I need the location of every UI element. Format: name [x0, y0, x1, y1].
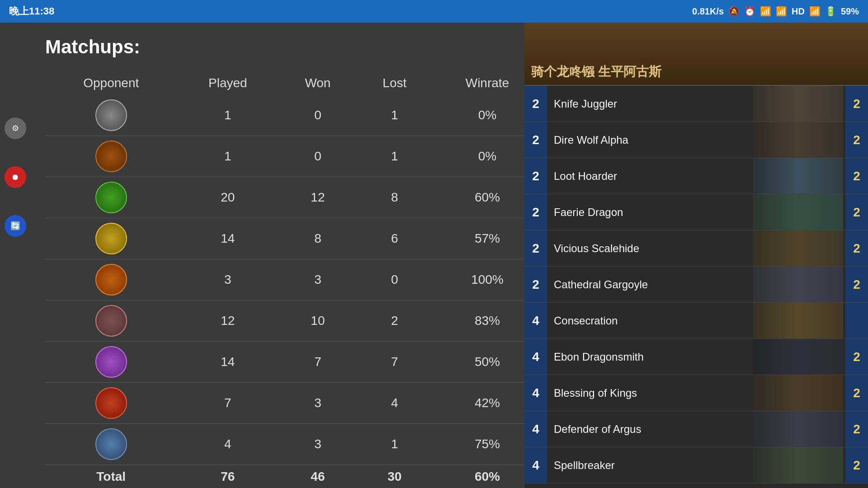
card-row[interactable]: 2 Vicious Scalehide 2 [524, 230, 868, 267]
matchups-title: Matchups: [45, 36, 515, 58]
card-row[interactable]: 4 Ebon Dragonsmith 2 [524, 339, 868, 375]
card-name: Knife Juggler [547, 98, 845, 110]
lost-cell: 8 [357, 177, 432, 218]
card-cost: 2 [524, 194, 547, 230]
total-won: 46 [278, 465, 357, 488]
table-row[interactable]: 7 3 4 42% [45, 383, 542, 424]
card-count: 2 [845, 267, 868, 303]
won-cell: 3 [278, 383, 357, 424]
table-row[interactable]: 1 0 1 0% [45, 136, 542, 177]
card-cost: 4 [524, 411, 547, 447]
opponent-icon-cell [45, 218, 177, 259]
played-cell: 20 [177, 177, 278, 218]
class-icon [95, 99, 127, 131]
card-row[interactable]: 2 Knife Juggler 2 [524, 86, 868, 122]
wifi-icon: 📶 [760, 6, 771, 17]
lost-cell: 0 [357, 259, 432, 300]
card-cost: 4 [524, 447, 547, 483]
table-row[interactable]: 20 12 8 60% [45, 177, 542, 218]
col-opponent: Opponent [45, 71, 177, 95]
lost-cell: 2 [357, 300, 432, 342]
col-lost: Lost [357, 71, 432, 95]
played-cell: 14 [177, 342, 278, 383]
table-row[interactable]: 1 0 1 0% [45, 95, 542, 136]
card-name: Consecration [547, 314, 845, 327]
total-row: Total 76 46 30 60% [45, 465, 542, 488]
table-row[interactable]: 12 10 2 83% [45, 300, 542, 342]
lost-cell: 4 [357, 383, 432, 424]
settings-button[interactable]: ⚙ [5, 117, 26, 139]
table-header-row: Opponent Played Won Lost Winrate [45, 71, 542, 95]
lost-cell: 1 [357, 95, 432, 136]
card-count: 2 [845, 375, 868, 411]
right-panel: 骑个龙咚镪 生平阿古斯 2 Knife Juggler 2 2 Dire Wol… [524, 23, 868, 488]
class-icon [95, 387, 127, 419]
card-row[interactable]: 2 Cathedral Gargoyle 2 [524, 267, 868, 303]
opponent-icon-cell [45, 259, 177, 300]
won-cell: 8 [278, 218, 357, 259]
table-row[interactable]: 14 8 6 57% [45, 218, 542, 259]
won-cell: 0 [278, 136, 357, 177]
won-cell: 12 [278, 177, 357, 218]
class-icon [95, 428, 127, 460]
battery-percent: 59% [841, 6, 859, 17]
opponent-icon-cell [45, 342, 177, 383]
card-count: 2 [845, 411, 868, 447]
card-name: Faerie Dragon [547, 206, 845, 219]
card-cost: 4 [524, 375, 547, 411]
card-name: Blessing of Kings [547, 387, 845, 399]
table-row[interactable]: 4 3 1 75% [45, 424, 542, 465]
signal2-icon: 📶 [809, 6, 821, 17]
alarm-icon: ⏰ [744, 6, 755, 17]
played-cell: 1 [177, 95, 278, 136]
sync-button[interactable]: 🔄 [5, 215, 26, 237]
side-icons: ⚙ ⏺ 🔄 [0, 113, 31, 241]
card-count: 2 [845, 339, 868, 375]
card-list: 2 Knife Juggler 2 2 Dire Wolf Alpha 2 2 … [524, 86, 868, 483]
card-name: Dire Wolf Alpha [547, 134, 845, 146]
deck-title: 骑个龙咚镪 生平阿古斯 [531, 63, 661, 80]
status-icons: 0.81K/s 🔕 ⏰ 📶 📶 HD 📶 🔋 59% [692, 6, 859, 17]
battery-icon: 🔋 [825, 6, 836, 17]
class-icon [95, 305, 127, 337]
card-count: 2 [845, 447, 868, 483]
table-row[interactable]: 14 7 7 50% [45, 342, 542, 383]
card-row[interactable]: 2 Faerie Dragon 2 [524, 194, 868, 230]
table-row[interactable]: 3 3 0 100% [45, 259, 542, 300]
opponent-icon-cell [45, 95, 177, 136]
speed-indicator: 0.81K/s [692, 6, 724, 17]
col-won: Won [278, 71, 357, 95]
card-row[interactable]: 4 Blessing of Kings 2 [524, 375, 868, 411]
card-count [845, 303, 868, 339]
opponent-icon-cell [45, 177, 177, 218]
class-icon [95, 141, 127, 172]
card-row[interactable]: 4 Defender of Argus 2 [524, 411, 868, 447]
won-cell: 3 [278, 259, 357, 300]
lost-cell: 7 [357, 342, 432, 383]
card-row[interactable]: 2 Loot Hoarder 2 [524, 158, 868, 194]
status-bar: 晚上11:38 0.81K/s 🔕 ⏰ 📶 📶 HD 📶 🔋 59% [0, 0, 868, 23]
record-button[interactable]: ⏺ [5, 166, 26, 188]
left-panel: ⚙ ⏺ 🔄 Matchups: Opponent Played Won Lost… [0, 23, 524, 488]
class-icon [95, 182, 127, 213]
played-cell: 12 [177, 300, 278, 342]
total-played: 76 [177, 465, 278, 488]
card-cost: 2 [524, 158, 547, 194]
lost-cell: 6 [357, 218, 432, 259]
card-row[interactable]: 4 Spellbreaker 2 [524, 447, 868, 483]
played-cell: 4 [177, 424, 278, 465]
main-layout: ⚙ ⏺ 🔄 Matchups: Opponent Played Won Lost… [0, 23, 868, 488]
card-cost: 2 [524, 230, 547, 267]
mute-icon: 🔕 [728, 6, 740, 17]
card-name: Spellbreaker [547, 459, 845, 472]
card-row[interactable]: 4 Consecration [524, 303, 868, 339]
opponent-icon-cell [45, 136, 177, 177]
card-row[interactable]: 2 Dire Wolf Alpha 2 [524, 122, 868, 158]
won-cell: 0 [278, 95, 357, 136]
total-label: Total [45, 465, 177, 488]
card-name: Cathedral Gargoyle [547, 278, 845, 291]
col-played: Played [177, 71, 278, 95]
class-icon [95, 264, 127, 296]
card-cost: 2 [524, 122, 547, 158]
deck-header: 骑个龙咚镪 生平阿古斯 [524, 23, 868, 86]
